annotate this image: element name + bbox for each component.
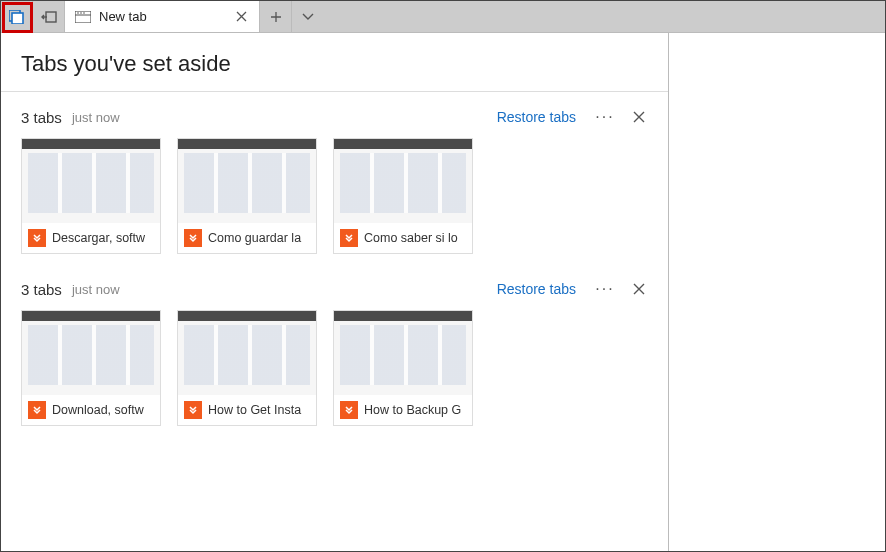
thumbnail-title: Como saber si lo	[364, 231, 458, 245]
thumbnail-label-row: Download, softw	[22, 395, 160, 425]
tab-title: New tab	[99, 9, 227, 24]
thumbnail-preview	[22, 311, 160, 395]
svg-point-6	[80, 12, 82, 14]
group-close-button[interactable]	[630, 108, 648, 126]
new-tab-icon	[75, 9, 91, 25]
page-content-area	[669, 33, 885, 551]
thumbnail-title: How to Get Insta	[208, 403, 301, 417]
tab-close-button[interactable]	[227, 3, 255, 31]
site-favicon	[340, 401, 358, 419]
aside-group: 3 tabs just now Restore tabs ··· Downloa…	[1, 264, 668, 436]
thumbnail-title: Como guardar la	[208, 231, 301, 245]
tab-actions-button[interactable]	[292, 1, 324, 33]
close-icon	[236, 11, 247, 22]
aside-tab-thumbnail[interactable]: Como saber si lo	[333, 138, 473, 254]
browser-toolbar: New tab	[1, 1, 885, 33]
group-count: 3 tabs	[21, 281, 62, 298]
thumbnail-title: How to Backup G	[364, 403, 461, 417]
aside-tab-thumbnail[interactable]: Como guardar la	[177, 138, 317, 254]
thumbnail-preview	[178, 139, 316, 223]
group-header: 3 tabs just now Restore tabs ···	[21, 280, 648, 298]
site-favicon	[28, 229, 46, 247]
thumbnail-preview	[334, 139, 472, 223]
thumbnail-label-row: Descargar, softw	[22, 223, 160, 253]
browser-tab[interactable]: New tab	[65, 1, 260, 32]
site-favicon	[184, 229, 202, 247]
thumbnails-row: Descargar, softw Como guardar la Como sa…	[21, 138, 648, 254]
group-time: just now	[72, 282, 497, 297]
group-count: 3 tabs	[21, 109, 62, 126]
aside-tab-thumbnail[interactable]: How to Backup G	[333, 310, 473, 426]
thumbnail-preview	[22, 139, 160, 223]
thumbnail-title: Descargar, softw	[52, 231, 145, 245]
site-favicon	[184, 401, 202, 419]
site-favicon	[28, 401, 46, 419]
set-tabs-aside-button[interactable]	[33, 1, 65, 33]
new-tab-button[interactable]	[260, 1, 292, 33]
aside-tab-thumbnail[interactable]: How to Get Insta	[177, 310, 317, 426]
thumbnail-label-row: Como saber si lo	[334, 223, 472, 253]
svg-point-7	[83, 12, 85, 14]
set-aside-icon	[41, 11, 57, 23]
plus-icon	[270, 11, 282, 23]
svg-rect-1	[12, 13, 23, 24]
aside-tab-thumbnail[interactable]: Descargar, softw	[21, 138, 161, 254]
group-more-button[interactable]: ···	[594, 280, 616, 298]
site-favicon	[340, 229, 358, 247]
thumbnail-label-row: How to Backup G	[334, 395, 472, 425]
svg-rect-2	[46, 12, 56, 22]
thumbnail-label-row: Como guardar la	[178, 223, 316, 253]
group-more-button[interactable]: ···	[594, 108, 616, 126]
close-icon	[633, 111, 645, 123]
group-close-button[interactable]	[630, 280, 648, 298]
svg-point-5	[77, 12, 79, 14]
close-icon	[633, 283, 645, 295]
thumbnail-title: Download, softw	[52, 403, 144, 417]
group-time: just now	[72, 110, 497, 125]
aside-title: Tabs you've set aside	[1, 51, 668, 92]
aside-group: 3 tabs just now Restore tabs ··· Descarg…	[1, 92, 668, 264]
group-header: 3 tabs just now Restore tabs ···	[21, 108, 648, 126]
thumbnails-row: Download, softw How to Get Insta How to …	[21, 310, 648, 426]
chevron-down-icon	[302, 13, 314, 21]
restore-tabs-link[interactable]: Restore tabs	[497, 281, 576, 297]
restore-tabs-link[interactable]: Restore tabs	[497, 109, 576, 125]
tabs-aside-panel: Tabs you've set aside 3 tabs just now Re…	[1, 33, 669, 551]
thumbnail-label-row: How to Get Insta	[178, 395, 316, 425]
aside-tab-thumbnail[interactable]: Download, softw	[21, 310, 161, 426]
tabs-aside-panel-button[interactable]	[1, 1, 33, 33]
content-row: Tabs you've set aside 3 tabs just now Re…	[1, 33, 885, 551]
thumbnail-preview	[334, 311, 472, 395]
tabs-aside-icon	[9, 10, 25, 24]
thumbnail-preview	[178, 311, 316, 395]
